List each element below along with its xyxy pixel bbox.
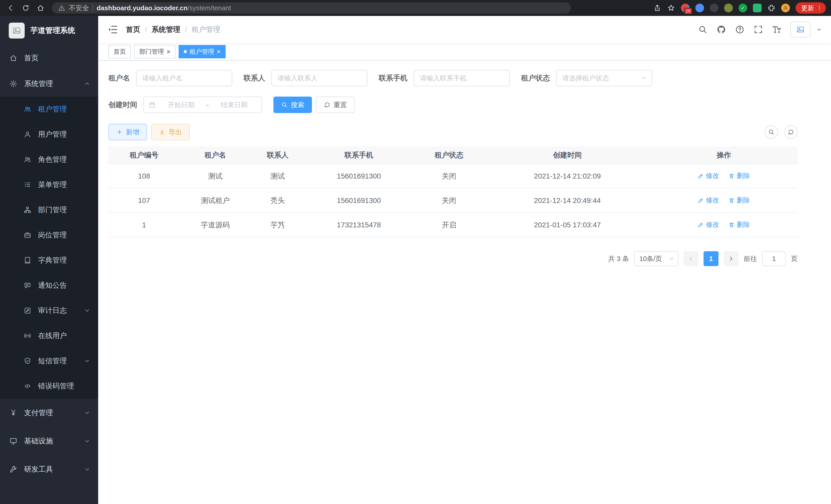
table-row: 1 芋道源码 芋艿 17321315478 开启 2021-01-05 17:0… [109,213,798,237]
search-icon[interactable] [698,25,708,34]
yen-icon [9,409,18,417]
goto-page-input[interactable] [762,251,786,266]
delete-button[interactable]: 删除 [728,171,750,180]
cell-contact: 芋艿 [251,213,305,237]
tab-dept[interactable]: 部门管理 × [134,45,175,58]
back-button[interactable] [4,1,18,14]
sidebar-item-role[interactable]: 角色管理 [0,147,98,172]
status-select[interactable]: 请选择租户状态 [556,70,652,86]
profile-avatar[interactable] [781,4,790,12]
sidebar-item-tenant[interactable]: 租户管理 [0,97,98,122]
font-size-icon[interactable] [772,25,782,34]
github-icon[interactable] [716,25,726,34]
delete-button[interactable]: 删除 [728,220,750,229]
refresh-table-button[interactable] [784,125,798,139]
browser-update-button[interactable]: 更新 [796,2,826,13]
edit-button[interactable]: 修改 [698,171,719,180]
sidebar-item-online-user[interactable]: 在线用户 [0,323,98,348]
extension-icon-1[interactable]: 10 [681,4,690,12]
date-range-picker[interactable]: 开始日期 - 结束日期 [143,97,262,113]
action-label: 修改 [706,220,719,229]
breadcrumb-item[interactable]: 系统管理 [152,25,180,34]
sidebar-item-infra[interactable]: 基础设施 [0,427,98,455]
current-page-button[interactable]: 1 [704,251,718,266]
tab-tenant[interactable]: 租户管理 × [179,45,226,58]
browser-home-button[interactable] [34,1,47,14]
action-label: 删除 [737,196,750,205]
reset-button[interactable]: 重置 [316,97,354,113]
plus-icon [116,129,123,136]
search-button[interactable]: 搜索 [274,97,312,113]
briefcase-icon [24,231,31,239]
sidebar-item-pay[interactable]: 支付管理 [0,399,98,427]
toggle-search-button[interactable] [765,125,778,139]
help-icon[interactable] [735,25,745,34]
close-icon[interactable]: × [167,48,170,55]
sidebar-item-menu[interactable]: 菜单管理 [0,172,98,197]
cell-mobile: 17321315478 [305,213,413,237]
column-header: 联系手机 [305,146,413,164]
extension-icon-4[interactable] [724,4,733,12]
toolbar-right [765,125,798,139]
extension-icon-2[interactable] [695,4,704,12]
tab-home[interactable]: 首页 [109,45,131,58]
contact-name-input[interactable] [271,70,368,86]
action-label: 修改 [706,171,719,180]
tags-view-bar: 首页 部门管理 × 租户管理 × [98,43,831,61]
chevron-down-icon [640,75,647,82]
sidebar-item-dept[interactable]: 部门管理 [0,197,98,223]
sidebar-item-devtool[interactable]: 研发工具 [0,455,98,483]
sidebar-item-system[interactable]: 系统管理 [0,71,98,97]
extension-icon-6[interactable] [753,4,762,12]
sidebar-item-error-code[interactable]: 错误码管理 [0,374,98,399]
extension-icon-5[interactable]: ✓ [739,4,747,12]
add-button[interactable]: 新增 [109,124,147,140]
edit-button[interactable]: 修改 [698,220,719,229]
filter-create-time: 创建时间 开始日期 - 结束日期 [109,97,262,113]
update-label: 更新 [801,4,814,12]
button-label: 导出 [169,128,182,137]
sidebar-item-label: 通知公告 [38,280,67,290]
chevron-down-icon [84,307,90,314]
export-button[interactable]: 导出 [151,124,190,140]
next-page-button[interactable] [724,251,739,266]
avatar-caret-down-icon[interactable] [816,26,822,33]
extension-icon-3[interactable] [710,4,718,12]
sidebar-item-audit-log[interactable]: 审计日志 [0,298,98,323]
share-icon[interactable] [653,4,661,12]
sidebar-item-dict[interactable]: 字典管理 [0,248,98,273]
select-placeholder: 请选择租户状态 [562,74,609,83]
tenant-users-icon [24,105,31,113]
sidebar-collapse-icon[interactable] [107,24,118,35]
app-logo: 芋道管理系统 [0,16,98,45]
reload-button[interactable] [19,1,32,14]
edit-button[interactable]: 修改 [698,196,719,205]
filter-contact-mobile: 联系手机 [379,70,510,86]
sidebar-item-home[interactable]: 首页 [0,45,98,71]
prev-page-button[interactable] [684,251,698,266]
table-row: 108 测试 测试 15601691300 关闭 2021-12-14 21:0… [109,164,798,188]
sidebar-item-user[interactable]: 用户管理 [0,122,98,147]
breadcrumb-item[interactable]: 首页 [126,25,140,34]
breadcrumb-separator: / [185,25,187,34]
delete-button[interactable]: 删除 [728,196,750,205]
fullscreen-icon[interactable] [753,25,763,34]
table-row: 107 测试租户 秃头 15601691300 关闭 2021-12-14 20… [109,188,798,213]
close-icon[interactable]: × [217,48,221,55]
user-avatar[interactable] [791,22,810,37]
sidebar-item-notice[interactable]: 通知公告 [0,273,98,298]
page-size-select[interactable]: 10条/页 [634,251,678,266]
extension-badge: 10 [684,8,692,14]
sidebar-item-post[interactable]: 岗位管理 [0,223,98,248]
bookmark-star-icon[interactable] [667,4,675,12]
sidebar-item-sms[interactable]: 短信管理 [0,348,98,374]
breadcrumb-separator: / [145,25,147,34]
button-label: 新增 [126,128,139,137]
contact-mobile-input[interactable] [414,70,510,86]
address-bar[interactable]: 不安全 dashboard.yudao.iocoder.cn/system/te… [52,2,571,13]
extensions-puzzle-icon[interactable] [767,4,775,12]
security-label: 不安全 [69,4,89,12]
breadcrumb: 首页 / 系统管理 / 租户管理 [126,25,221,34]
sidebar-item-label: 基础设施 [24,436,53,446]
tenant-name-input[interactable] [136,70,232,86]
